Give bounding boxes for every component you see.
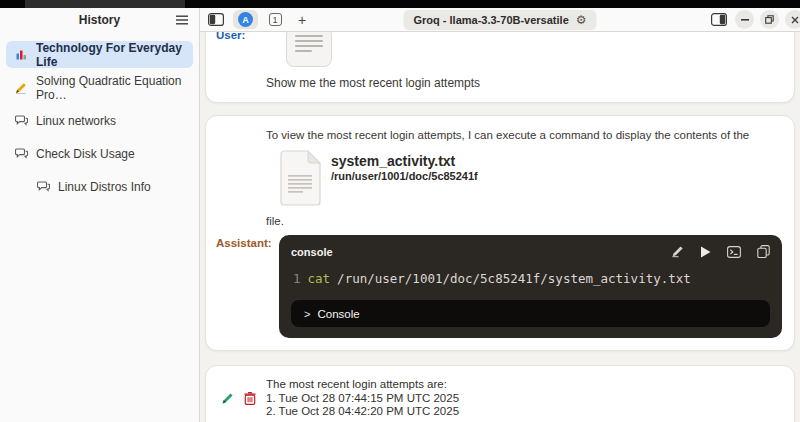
console-command-line: 1cat/run/user/1001/doc/5c85241f/system_a…: [293, 271, 770, 286]
thumb-line: [295, 35, 323, 37]
sidebar-item-label: Technology For Everyday Life: [36, 41, 185, 69]
console-output-expander[interactable]: > Console: [291, 300, 770, 327]
tab-count-badge: 1: [269, 13, 282, 26]
document-icon: [279, 150, 321, 206]
pencil-note-icon: [14, 82, 28, 94]
console-block-title: console: [291, 246, 333, 258]
history-list: Technology For Everyday Life Solving Qua…: [0, 32, 199, 200]
sidebar-item-label: Solving Quadratic Equation Pro…: [36, 74, 185, 102]
attachment-filepath: /run/user/1001/doc/5c85241f: [331, 170, 478, 182]
tab-avatar: A: [238, 12, 253, 27]
file-attachment[interactable]: system_activity.txt /run/user/1001/doc/5…: [279, 150, 782, 206]
sidebar-toggle-icon: [208, 13, 224, 26]
minimize-button[interactable]: [735, 10, 754, 29]
sidebar-item-check-disk-usage[interactable]: Check Disk Usage: [6, 140, 193, 167]
result-line: The most recent login attempts are:: [266, 378, 782, 392]
user-message-text: Show me the most recent login attempts: [266, 76, 782, 90]
role-label-spacer: [216, 128, 266, 235]
desktop-top-strip: [0, 0, 800, 8]
copy-code-button[interactable]: [757, 245, 770, 258]
headerbar: A 1 + Groq - llama-3.3-70B-versatile ⚙: [200, 8, 800, 32]
chat-bubbles-icon: [14, 115, 28, 126]
attachment-thumbnail[interactable]: [286, 32, 332, 67]
thumb-line: [295, 40, 323, 42]
window-title: Groq - llama-3.3-70B-versatile: [413, 14, 568, 26]
edit-pencil-icon: [221, 392, 234, 405]
sidebar-item-solving-quadratic-equation[interactable]: Solving Quadratic Equation Pro…: [6, 74, 193, 101]
assistant-result-text: The most recent login attempts are: 1. T…: [266, 378, 782, 419]
sidebar-item-label: Linux networks: [36, 114, 116, 128]
history-sidebar: History Technology For Everyday Life Sol: [0, 8, 200, 422]
close-button[interactable]: [785, 10, 800, 29]
result-line: 2. Tue Oct 28 04:42:20 PM UTC 2025: [266, 405, 782, 419]
chevron-right-icon: >: [304, 308, 310, 320]
code-argument: /run/user/1001/doc/5c85241f/system_activ…: [337, 271, 691, 286]
sidebar-item-linux-networks[interactable]: Linux networks: [6, 107, 193, 134]
trash-icon: [244, 392, 256, 405]
sidebar-toggle-button[interactable]: [206, 10, 226, 29]
sidebar-header: History: [0, 8, 199, 32]
play-icon: [700, 246, 711, 258]
gear-icon: ⚙: [576, 14, 587, 26]
sidebar-title: History: [79, 13, 120, 27]
code-keyword: cat: [308, 271, 331, 286]
edit-code-button[interactable]: [671, 245, 684, 258]
console-code-block: console: [279, 235, 782, 338]
assistant-intro-suffix: file.: [266, 215, 782, 227]
run-code-button[interactable]: [700, 246, 711, 258]
assistant-intro-text: To view the most recent login attempts, …: [266, 128, 782, 141]
copy-icon: [757, 245, 770, 258]
delete-message-button[interactable]: [244, 392, 256, 405]
restore-icon: [765, 15, 774, 24]
sidebar-item-technology-for-everyday-life[interactable]: Technology For Everyday Life: [6, 41, 193, 68]
bar-chart-icon: [14, 49, 28, 60]
thumb-line: [295, 50, 312, 52]
chat-bubbles-icon: [14, 148, 28, 159]
open-terminal-button[interactable]: [727, 246, 741, 258]
pencil-icon: [671, 245, 684, 258]
sidebar-item-label: Check Disk Usage: [36, 147, 135, 161]
active-tab-button[interactable]: A: [233, 10, 258, 29]
user-role-label: User:: [216, 32, 266, 90]
attachment-filename: system_activity.txt: [331, 153, 478, 169]
user-message-card: User: Show me the most recent login atte…: [205, 32, 795, 103]
result-line: 1. Tue Oct 28 07:44:15 PM UTC 2025: [266, 392, 782, 406]
sidebar-item-linux-distros-info[interactable]: Linux Distros Info: [28, 173, 193, 200]
assistant-message-card: To view the most recent login attempts, …: [205, 115, 795, 351]
assistant-role-label: Assistant:: [216, 235, 266, 338]
hamburger-icon: [176, 15, 188, 25]
edit-message-button[interactable]: [221, 392, 234, 405]
code-line-number: 1: [293, 271, 301, 286]
background-window-edge: [25, 0, 185, 8]
panel-toggle-button[interactable]: [709, 10, 729, 29]
minimize-icon: [741, 19, 749, 21]
sidebar-item-label: Linux Distros Info: [58, 180, 151, 194]
console-output-label: Console: [317, 308, 359, 320]
restore-button[interactable]: [760, 10, 779, 29]
tab-overview-button[interactable]: 1: [265, 10, 285, 29]
chat-scroll-area[interactable]: User: Show me the most recent login atte…: [200, 32, 800, 422]
chat-bubbles-icon: [36, 181, 50, 192]
close-icon: [791, 16, 799, 24]
model-title-button[interactable]: Groq - llama-3.3-70B-versatile ⚙: [403, 10, 596, 30]
assistant-result-card: The most recent login attempts are: 1. T…: [205, 365, 795, 422]
sidebar-menu-button[interactable]: [174, 13, 190, 27]
app-window: History Technology For Everyday Life Sol: [0, 0, 800, 422]
panel-right-icon: [711, 13, 727, 26]
new-tab-button[interactable]: +: [292, 10, 312, 29]
thumb-line: [295, 45, 323, 47]
terminal-icon: [727, 246, 741, 258]
